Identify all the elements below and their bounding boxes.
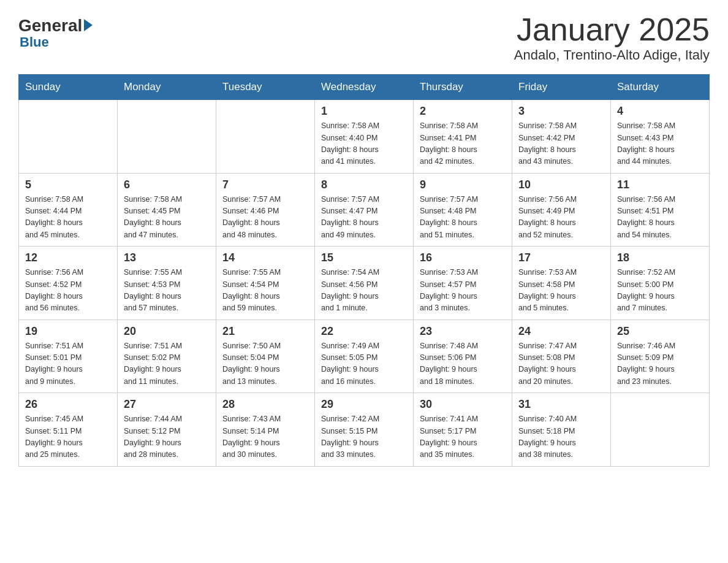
cell-date: 2 bbox=[420, 105, 506, 118]
week-row-3: 12Sunrise: 7:56 AM Sunset: 4:52 PM Dayli… bbox=[19, 247, 710, 320]
cell-info: Sunrise: 7:51 AM Sunset: 5:01 PM Dayligh… bbox=[25, 340, 111, 388]
cell-info: Sunrise: 7:48 AM Sunset: 5:06 PM Dayligh… bbox=[420, 340, 506, 388]
calendar-cell: 16Sunrise: 7:53 AM Sunset: 4:57 PM Dayli… bbox=[414, 247, 512, 320]
cell-date: 31 bbox=[518, 398, 604, 411]
calendar-cell: 27Sunrise: 7:44 AM Sunset: 5:12 PM Dayli… bbox=[118, 393, 216, 467]
cell-date: 18 bbox=[617, 251, 703, 264]
calendar-cell: 1Sunrise: 7:58 AM Sunset: 4:40 PM Daylig… bbox=[315, 100, 414, 174]
cell-info: Sunrise: 7:58 AM Sunset: 4:44 PM Dayligh… bbox=[25, 194, 111, 242]
calendar-cell: 23Sunrise: 7:48 AM Sunset: 5:06 PM Dayli… bbox=[414, 320, 512, 393]
header-row: SundayMondayTuesdayWednesdayThursdayFrid… bbox=[19, 75, 710, 100]
calendar-cell bbox=[118, 100, 216, 174]
calendar-cell: 28Sunrise: 7:43 AM Sunset: 5:14 PM Dayli… bbox=[216, 393, 315, 467]
cell-date: 26 bbox=[25, 398, 111, 411]
cell-date: 27 bbox=[124, 398, 210, 411]
calendar-cell: 9Sunrise: 7:57 AM Sunset: 4:48 PM Daylig… bbox=[414, 173, 512, 247]
logo-general: General bbox=[18, 17, 93, 34]
cell-date: 12 bbox=[25, 251, 111, 264]
cell-date: 14 bbox=[222, 251, 308, 264]
cell-info: Sunrise: 7:40 AM Sunset: 5:18 PM Dayligh… bbox=[518, 413, 604, 461]
cell-info: Sunrise: 7:58 AM Sunset: 4:41 PM Dayligh… bbox=[420, 120, 506, 168]
header: General Blue January 2025 Andalo, Trenti… bbox=[18, 12, 710, 63]
cell-date: 23 bbox=[420, 325, 506, 338]
cell-date: 13 bbox=[124, 251, 210, 264]
calendar-title: January 2025 bbox=[514, 12, 710, 47]
week-row-1: 1Sunrise: 7:58 AM Sunset: 4:40 PM Daylig… bbox=[19, 100, 710, 174]
calendar-cell: 19Sunrise: 7:51 AM Sunset: 5:01 PM Dayli… bbox=[19, 320, 118, 393]
cell-date: 3 bbox=[518, 105, 604, 118]
cell-info: Sunrise: 7:55 AM Sunset: 4:54 PM Dayligh… bbox=[222, 267, 308, 315]
cell-info: Sunrise: 7:52 AM Sunset: 5:00 PM Dayligh… bbox=[617, 267, 703, 315]
calendar-subtitle: Andalo, Trentino-Alto Adige, Italy bbox=[514, 47, 710, 63]
cell-date: 21 bbox=[222, 325, 308, 338]
calendar-cell: 2Sunrise: 7:58 AM Sunset: 4:41 PM Daylig… bbox=[414, 100, 512, 174]
calendar-cell: 15Sunrise: 7:54 AM Sunset: 4:56 PM Dayli… bbox=[315, 247, 414, 320]
calendar-cell: 22Sunrise: 7:49 AM Sunset: 5:05 PM Dayli… bbox=[315, 320, 414, 393]
cell-info: Sunrise: 7:56 AM Sunset: 4:52 PM Dayligh… bbox=[25, 267, 111, 315]
calendar-cell: 5Sunrise: 7:58 AM Sunset: 4:44 PM Daylig… bbox=[19, 173, 118, 247]
cell-info: Sunrise: 7:42 AM Sunset: 5:15 PM Dayligh… bbox=[321, 413, 407, 461]
calendar-cell: 17Sunrise: 7:53 AM Sunset: 4:58 PM Dayli… bbox=[512, 247, 611, 320]
cell-date: 7 bbox=[222, 178, 308, 191]
cell-info: Sunrise: 7:51 AM Sunset: 5:02 PM Dayligh… bbox=[124, 340, 210, 388]
cell-info: Sunrise: 7:47 AM Sunset: 5:08 PM Dayligh… bbox=[518, 340, 604, 388]
cell-date: 16 bbox=[420, 251, 506, 264]
cell-date: 24 bbox=[518, 325, 604, 338]
day-header-sunday: Sunday bbox=[19, 75, 118, 100]
day-header-saturday: Saturday bbox=[611, 75, 710, 100]
cell-info: Sunrise: 7:57 AM Sunset: 4:47 PM Dayligh… bbox=[321, 194, 407, 242]
logo-arrow-icon bbox=[84, 19, 93, 31]
calendar-cell: 10Sunrise: 7:56 AM Sunset: 4:49 PM Dayli… bbox=[512, 173, 611, 247]
cell-info: Sunrise: 7:56 AM Sunset: 4:51 PM Dayligh… bbox=[617, 194, 703, 242]
cell-date: 10 bbox=[518, 178, 604, 191]
calendar-cell: 7Sunrise: 7:57 AM Sunset: 4:46 PM Daylig… bbox=[216, 173, 315, 247]
day-header-tuesday: Tuesday bbox=[216, 75, 315, 100]
cell-info: Sunrise: 7:57 AM Sunset: 4:48 PM Dayligh… bbox=[420, 194, 506, 242]
cell-date: 25 bbox=[617, 325, 703, 338]
cell-date: 19 bbox=[25, 325, 111, 338]
calendar-cell bbox=[216, 100, 315, 174]
cell-date: 22 bbox=[321, 325, 407, 338]
calendar-cell: 29Sunrise: 7:42 AM Sunset: 5:15 PM Dayli… bbox=[315, 393, 414, 467]
logo-blue-text: Blue bbox=[20, 36, 49, 49]
calendar-cell: 25Sunrise: 7:46 AM Sunset: 5:09 PM Dayli… bbox=[611, 320, 710, 393]
cell-info: Sunrise: 7:43 AM Sunset: 5:14 PM Dayligh… bbox=[222, 413, 308, 461]
cell-info: Sunrise: 7:58 AM Sunset: 4:43 PM Dayligh… bbox=[617, 120, 703, 168]
calendar-body: 1Sunrise: 7:58 AM Sunset: 4:40 PM Daylig… bbox=[19, 100, 710, 467]
week-row-4: 19Sunrise: 7:51 AM Sunset: 5:01 PM Dayli… bbox=[19, 320, 710, 393]
week-row-2: 5Sunrise: 7:58 AM Sunset: 4:44 PM Daylig… bbox=[19, 173, 710, 247]
cell-info: Sunrise: 7:57 AM Sunset: 4:46 PM Dayligh… bbox=[222, 194, 308, 242]
cell-date: 15 bbox=[321, 251, 407, 264]
day-header-wednesday: Wednesday bbox=[315, 75, 414, 100]
calendar-cell: 3Sunrise: 7:58 AM Sunset: 4:42 PM Daylig… bbox=[512, 100, 611, 174]
cell-info: Sunrise: 7:49 AM Sunset: 5:05 PM Dayligh… bbox=[321, 340, 407, 388]
cell-date: 4 bbox=[617, 105, 703, 118]
calendar-cell: 21Sunrise: 7:50 AM Sunset: 5:04 PM Dayli… bbox=[216, 320, 315, 393]
calendar-cell: 6Sunrise: 7:58 AM Sunset: 4:45 PM Daylig… bbox=[118, 173, 216, 247]
cell-date: 28 bbox=[222, 398, 308, 411]
cell-info: Sunrise: 7:45 AM Sunset: 5:11 PM Dayligh… bbox=[25, 413, 111, 461]
day-header-friday: Friday bbox=[512, 75, 611, 100]
cell-info: Sunrise: 7:46 AM Sunset: 5:09 PM Dayligh… bbox=[617, 340, 703, 388]
cell-info: Sunrise: 7:44 AM Sunset: 5:12 PM Dayligh… bbox=[124, 413, 210, 461]
logo: General Blue bbox=[18, 17, 93, 49]
cell-info: Sunrise: 7:58 AM Sunset: 4:45 PM Dayligh… bbox=[124, 194, 210, 242]
day-header-thursday: Thursday bbox=[414, 75, 512, 100]
cell-date: 5 bbox=[25, 178, 111, 191]
day-header-monday: Monday bbox=[118, 75, 216, 100]
cell-info: Sunrise: 7:54 AM Sunset: 4:56 PM Dayligh… bbox=[321, 267, 407, 315]
cell-info: Sunrise: 7:50 AM Sunset: 5:04 PM Dayligh… bbox=[222, 340, 308, 388]
cell-date: 20 bbox=[124, 325, 210, 338]
calendar-cell: 11Sunrise: 7:56 AM Sunset: 4:51 PM Dayli… bbox=[611, 173, 710, 247]
cell-info: Sunrise: 7:58 AM Sunset: 4:42 PM Dayligh… bbox=[518, 120, 604, 168]
cell-date: 1 bbox=[321, 105, 407, 118]
cell-info: Sunrise: 7:53 AM Sunset: 4:58 PM Dayligh… bbox=[518, 267, 604, 315]
calendar-table: SundayMondayTuesdayWednesdayThursdayFrid… bbox=[18, 74, 710, 467]
calendar-cell: 30Sunrise: 7:41 AM Sunset: 5:17 PM Dayli… bbox=[414, 393, 512, 467]
title-area: January 2025 Andalo, Trentino-Alto Adige… bbox=[514, 12, 710, 63]
cell-info: Sunrise: 7:58 AM Sunset: 4:40 PM Dayligh… bbox=[321, 120, 407, 168]
cell-date: 17 bbox=[518, 251, 604, 264]
calendar-cell: 14Sunrise: 7:55 AM Sunset: 4:54 PM Dayli… bbox=[216, 247, 315, 320]
calendar-cell: 26Sunrise: 7:45 AM Sunset: 5:11 PM Dayli… bbox=[19, 393, 118, 467]
calendar-cell: 4Sunrise: 7:58 AM Sunset: 4:43 PM Daylig… bbox=[611, 100, 710, 174]
